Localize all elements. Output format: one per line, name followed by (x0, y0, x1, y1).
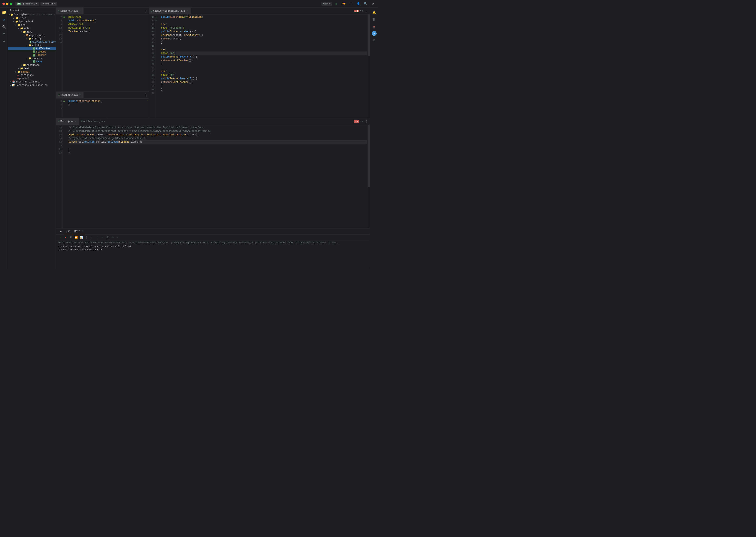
scrollbar-track[interactable] (368, 15, 370, 118)
close-panel-button[interactable]: ✕ (115, 235, 120, 240)
sidebar-icon-more[interactable]: ⋯ (1, 38, 7, 45)
warning-nav-down[interactable]: ∨ (362, 10, 364, 13)
sidebar-icon-folder[interactable]: 📁 (1, 9, 7, 16)
scrollbar-track-bottom[interactable] (368, 125, 370, 228)
tree-item-pom[interactable]: m pom.xml (8, 77, 56, 80)
tree-item-main[interactable]: ▾ 📁 main (8, 27, 56, 30)
student-code-content[interactable]: @ToString public class Student { @Autowi… (67, 15, 149, 92)
main-java-code-content[interactable]: // ClassPathXmlApplicationContext is a c… (67, 125, 368, 228)
student-tab-bar: C Student.java × ⋮ (56, 8, 149, 15)
scroll-up-button[interactable]: ↑ (89, 235, 94, 240)
tab-artteacher-java[interactable]: C ArtTeacher.java (79, 118, 107, 125)
maximize-button[interactable] (10, 3, 12, 5)
tree-item-artteacher[interactable]: C ArtTeacher (8, 47, 56, 50)
mainconfiguration-code[interactable]: 1011121314151617181920212223242526272829… (149, 15, 370, 118)
tab-close-button[interactable]: × (81, 230, 84, 233)
tree-item-springtest-root[interactable]: ▾ 📁 SpringTest ~/Desktop/CS/JavaEE/2 Jav… (8, 13, 56, 17)
tab-main-java[interactable]: C Main.java × (56, 118, 79, 125)
tree-item-service[interactable]: ▾ 📁 service (8, 57, 56, 60)
wrap-button[interactable]: ≡ (100, 235, 105, 240)
project-selector[interactable]: ST SpringTest ▾ (15, 2, 39, 6)
right-icon-strip: 🔔 🗄 m ● ☑ (370, 8, 378, 268)
maven-panel-icon[interactable]: m (371, 24, 378, 30)
run-button[interactable]: ▶ (334, 1, 339, 7)
tree-item-gitignore[interactable]: ⊗ .gitignore (8, 74, 56, 77)
stop-button[interactable]: ■ (63, 235, 68, 240)
print-button[interactable]: 🖨 (105, 235, 110, 240)
tab-mainconfiguration[interactable]: C MainConfiguration.java × (149, 8, 191, 14)
resume-button[interactable]: ⏩ (74, 235, 78, 240)
tab-teacher-java[interactable]: I Teacher.java × (56, 92, 83, 98)
tab-close-button[interactable]: × (186, 10, 188, 13)
more-options-button[interactable]: ⋮ (84, 235, 89, 240)
search-button[interactable]: 🔍 (363, 1, 368, 7)
main-java-code[interactable]: 1516171819202122 // ClassPathXmlApplicat… (56, 125, 370, 228)
tab-close-button[interactable]: × (78, 10, 81, 13)
build-icon[interactable]: ● (372, 31, 377, 36)
todo-icon[interactable]: ☑ (371, 37, 378, 43)
warning-nav-up[interactable]: ∧ (360, 10, 361, 13)
more-run-options[interactable]: ⋮ (348, 1, 354, 7)
code-line (161, 19, 367, 22)
scroll-down-button[interactable]: ↓ (95, 235, 100, 240)
tree-item-external-libs[interactable]: ▶ 📚 External Libraries (8, 80, 56, 83)
tree-item-entity[interactable]: ▾ 📁 entity (8, 44, 56, 47)
tree-item-config[interactable]: ▾ 📁 config (8, 37, 56, 40)
sidebar-icon-structure[interactable]: ◫ (1, 31, 7, 37)
editor-menu-button[interactable]: ⋮ (364, 119, 369, 124)
tree-item-student[interactable]: S Student (8, 50, 56, 54)
tree-label: config (32, 37, 41, 40)
code-line: public class MainConfiguration { (161, 15, 367, 19)
tab-close-button[interactable]: × (78, 94, 81, 97)
warning-nav-down[interactable]: ∨ (362, 120, 364, 123)
tab-close-button[interactable]: × (74, 120, 77, 123)
sidebar-icon-extensions[interactable]: 🔌 (1, 24, 7, 30)
tree-item-springtest[interactable]: ▾ 📁 SpringTest (8, 20, 56, 23)
tree-item-teacher[interactable]: I Teacher (8, 54, 56, 57)
warning-nav-up[interactable]: ∧ (360, 120, 361, 123)
scrollbar-thumb[interactable] (368, 15, 370, 56)
coverage-button[interactable]: 🔆 (341, 1, 347, 7)
scrollbar-thumb[interactable] (368, 125, 370, 187)
settings-icon[interactable]: ⚙ (370, 1, 376, 7)
tree-label: service (32, 57, 42, 60)
tab-student-java[interactable]: C Student.java × (56, 8, 83, 14)
editor-menu-button[interactable]: ⋮ (143, 93, 148, 98)
tree-item-mainconfiguration[interactable]: C MainConfiguration (8, 40, 56, 44)
tree-item-target[interactable]: ▶ 📁 target (8, 70, 56, 74)
notifications-icon[interactable]: 🔔 (371, 9, 378, 16)
close-button[interactable] (2, 3, 5, 5)
database-icon[interactable]: 🗄 (371, 17, 378, 23)
main-config-tab-bar: C MainConfiguration.java × ⚠ 1 ∧ ∨ ⋮ (149, 8, 370, 15)
settings-button[interactable]: ⚙ (110, 235, 115, 240)
tree-item-idea[interactable]: ▶ 📁 .idea (8, 17, 56, 20)
main-java-tab-bar: C Main.java × C ArtTeacher.java ⚠ 2 ∧ ∨ (56, 118, 370, 125)
tree-item-scratches[interactable]: ▶ 📝 Scratches and Consoles (8, 83, 56, 87)
code-line: Student student = new Student(); (161, 33, 367, 37)
teacher-code[interactable]: 345 ●▶ public interface Teacher { } (56, 99, 149, 118)
run-config[interactable]: Main ▾ (322, 2, 332, 6)
sidebar-icon-vcs[interactable]: ⊙ (1, 17, 7, 23)
run-coverage-button[interactable]: 📊 (79, 235, 84, 240)
tab-main-run[interactable]: Main × (73, 228, 86, 234)
suspend-button[interactable]: ⏸ (68, 235, 73, 240)
teacher-code-content[interactable]: public interface Teacher { } (67, 99, 147, 118)
tree-item-test[interactable]: ▶ 📁 test (8, 67, 56, 70)
code-line: } (68, 147, 367, 151)
tree-item-org-example[interactable]: ▾ 📦 org.example (8, 34, 56, 37)
tree-item-main-class[interactable]: C Main (8, 60, 56, 63)
editor-menu-button[interactable]: ⋮ (364, 9, 369, 14)
editor-menu-button[interactable]: ⋮ (143, 9, 148, 14)
tab-actions: ⚠ 2 ∧ ∨ ⋮ (353, 119, 370, 124)
tree-item-src[interactable]: ▾ 📁 src (8, 23, 56, 27)
git-branch[interactable]: ⎇ master ▾ (40, 2, 57, 6)
mainconfiguration-code-content[interactable]: public class MainConfiguration { new * @… (160, 15, 368, 118)
student-code[interactable]: 7891011121314 ●▶ @ToString public class … (56, 15, 149, 92)
restart-button[interactable]: ↺ (58, 235, 63, 240)
tree-item-java[interactable]: ▾ 📁 java (8, 30, 56, 34)
tree-item-resources[interactable]: ▾ 📁 resources (8, 63, 56, 67)
minimize-button[interactable] (6, 3, 9, 5)
tab-run[interactable]: Run (65, 228, 72, 234)
user-icon[interactable]: 👤 (355, 1, 361, 7)
code-line: return new ArtTeacher(); (161, 80, 367, 84)
